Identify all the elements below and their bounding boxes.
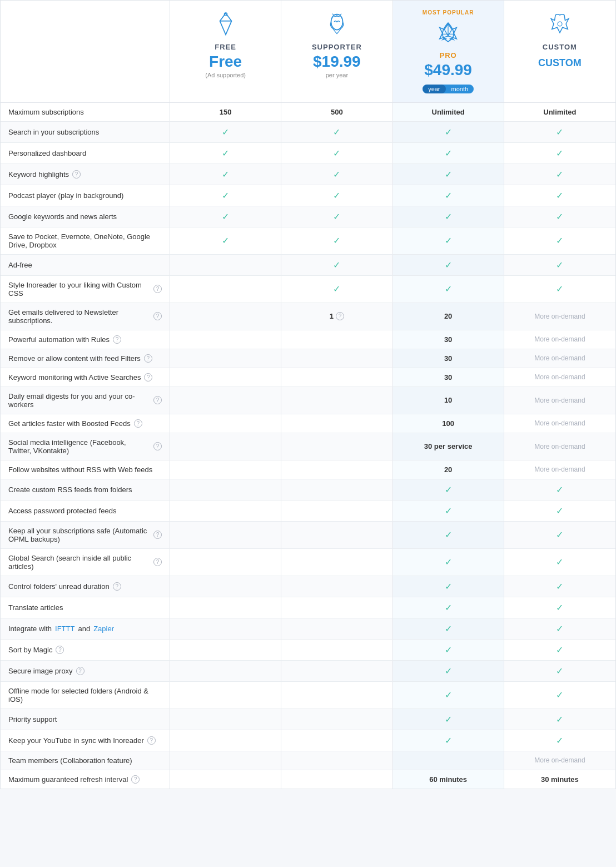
table-row: Keep all your subscriptions safe (Automa… — [1, 522, 615, 549]
check-icon: ✓ — [222, 190, 229, 201]
check-icon: ✓ — [222, 235, 229, 246]
table-row: Team members (Collaboration feature)More… — [1, 751, 615, 770]
help-icon[interactable]: ? — [113, 335, 121, 344]
feature-value-cell: ✓ — [504, 661, 615, 681]
value-text: 30 — [444, 373, 452, 382]
feature-name-cell: Follow websites without RSS with Web fee… — [1, 460, 170, 479]
help-icon[interactable]: ? — [134, 419, 142, 428]
feature-name-cell: Maximum guaranteed refresh interval? — [1, 770, 170, 789]
feature-value-cell: ✓ — [170, 143, 281, 164]
feature-name-cell: Style Inoreader to your liking with Cust… — [1, 276, 170, 303]
help-icon[interactable]: ? — [113, 582, 121, 591]
feature-value-cell: 30 — [393, 330, 504, 349]
help-icon[interactable]: ? — [144, 354, 152, 363]
table-row: Get articles faster with Boosted Feeds?1… — [1, 414, 615, 433]
feature-value-cell — [281, 751, 393, 770]
value-text: 10 — [444, 396, 452, 404]
feature-label: Personalized dashboard — [8, 149, 86, 157]
feature-value-cell: ✓ — [504, 276, 615, 303]
help-icon[interactable]: ? — [56, 646, 64, 654]
feature-value-cell: 500 — [281, 103, 393, 121]
check-icon: ✓ — [222, 148, 229, 158]
check-icon: ✓ — [556, 484, 563, 495]
check-icon: ✓ — [445, 602, 452, 613]
feature-name-cell: Control folders' unread duration? — [1, 576, 170, 597]
feature-name-cell: Remove or allow content with feed Filter… — [1, 349, 170, 368]
help-icon[interactable]: ? — [144, 373, 152, 382]
feature-label: Create custom RSS feeds from folders — [8, 485, 132, 494]
feature-value-cell: ✓ — [281, 164, 393, 185]
table-row: Podcast player (play in background)✓✓✓✓ — [1, 185, 615, 206]
table-row: Powerful automation with Rules?30More on… — [1, 330, 615, 349]
feature-value-cell — [170, 433, 281, 460]
pro-billing-toggle[interactable]: year month — [423, 85, 474, 93]
check-icon: ✓ — [556, 148, 563, 158]
feature-value-cell: ✓ — [504, 122, 615, 142]
check-icon: ✓ — [445, 211, 452, 222]
feature-label: Offline mode for selected folders (Andro… — [8, 687, 162, 703]
feature-value-cell: ✓ — [281, 206, 393, 227]
help-icon[interactable]: ? — [147, 736, 156, 745]
feature-name-cell: Get articles faster with Boosted Feeds? — [1, 414, 170, 433]
feature-name-cell: Podcast player (play in background) — [1, 185, 170, 206]
help-icon[interactable]: ? — [153, 442, 162, 450]
plan-header-free: FREE Free (Ad supported) — [170, 1, 281, 102]
feature-value-cell — [281, 709, 393, 730]
feature-value-cell — [281, 730, 393, 751]
feature-label: Social media intelligence (Facebook, Twi… — [8, 438, 150, 455]
table-row: Maximum subscriptions150500UnlimitedUnli… — [1, 103, 615, 122]
check-icon: ✓ — [556, 235, 563, 246]
feature-value-cell: ✓ — [281, 227, 393, 254]
check-icon: ✓ — [222, 127, 229, 137]
plan-header-pro: MOST POPULAR PRO $49.99 year mon — [393, 1, 504, 102]
help-icon[interactable]: ? — [153, 558, 162, 566]
on-demand-text: More on-demand — [534, 419, 585, 427]
feature-value-cell: ✓ — [393, 255, 504, 275]
zapier-link[interactable]: Zapier — [93, 625, 114, 633]
feature-value-cell — [170, 661, 281, 681]
feature-value-cell — [281, 682, 393, 709]
help-icon[interactable]: ? — [76, 667, 85, 675]
feature-value-cell: More on-demand — [504, 433, 615, 460]
feature-label: Keep your YouTube in sync with Inoreader — [8, 736, 144, 745]
feature-label: Priority support — [8, 715, 57, 724]
table-row: Keyword highlights?✓✓✓✓ — [1, 164, 615, 185]
supporter-plan-price: $19.99 — [313, 53, 361, 71]
feature-value-cell: ✓ — [393, 501, 504, 521]
pro-plan-price: $49.99 — [424, 62, 472, 79]
help-icon[interactable]: ? — [153, 312, 162, 320]
feature-value-cell: ✓ — [393, 618, 504, 639]
help-icon[interactable]: ? — [336, 312, 344, 320]
feature-value-cell — [170, 276, 281, 303]
custom-plan-price: CUSTOM — [538, 53, 582, 69]
check-icon: ✓ — [445, 484, 452, 495]
feature-value-cell — [170, 501, 281, 521]
feature-value-cell: ✓ — [393, 479, 504, 500]
table-row: Sort by Magic?✓✓ — [1, 640, 615, 661]
ifttt-link[interactable]: IFTTT — [55, 625, 74, 633]
check-icon: ✓ — [333, 148, 340, 158]
feature-value-cell: ✓ — [393, 730, 504, 751]
feature-name-cell: Keyword monitoring with Active Searches? — [1, 368, 170, 387]
feature-label: Keyword highlights — [8, 170, 69, 179]
custom-icon — [545, 9, 574, 38]
help-icon[interactable]: ? — [153, 396, 162, 404]
value-text: Unlimited — [432, 108, 465, 116]
feature-value-cell — [281, 661, 393, 681]
value-text: 30 — [444, 335, 452, 344]
help-icon[interactable]: ? — [153, 285, 162, 293]
feature-name-cell: Personalized dashboard — [1, 143, 170, 164]
free-plan-sub: (Ad supported) — [205, 72, 246, 78]
feature-value-cell — [170, 770, 281, 789]
toggle-year[interactable]: year — [423, 85, 445, 93]
help-icon[interactable]: ? — [153, 531, 162, 539]
feature-name-cell: Google keywords and news alerts — [1, 206, 170, 227]
help-icon[interactable]: ? — [131, 775, 140, 784]
feature-value-cell — [170, 387, 281, 414]
feature-value-cell: More on-demand — [504, 330, 615, 349]
feature-value-cell: ✓ — [393, 122, 504, 142]
feature-name-cell: Search in your subscriptions — [1, 122, 170, 142]
toggle-month[interactable]: month — [446, 85, 474, 93]
help-icon[interactable]: ? — [72, 170, 81, 179]
feature-value-cell — [281, 501, 393, 521]
